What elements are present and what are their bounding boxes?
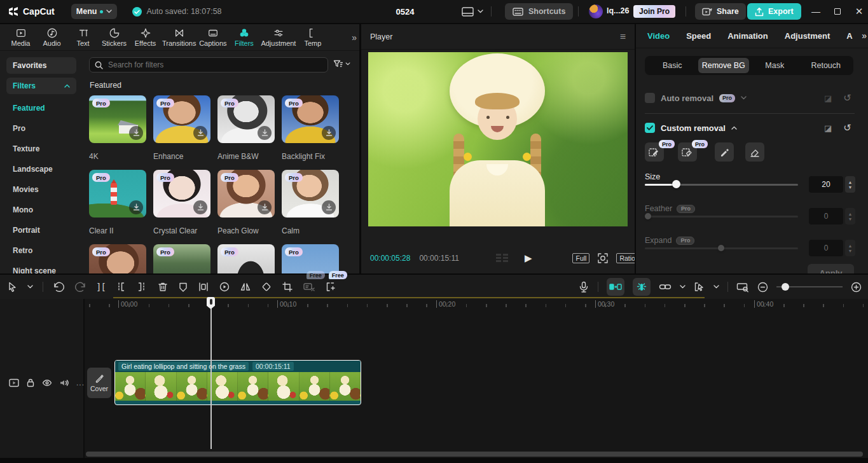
link-clips-button[interactable] (659, 282, 672, 291)
apply-button[interactable]: Apply (808, 264, 854, 273)
track-more-button[interactable]: ... (76, 378, 85, 387)
chevron-down-icon[interactable] (680, 285, 685, 289)
redo-button[interactable] (74, 282, 86, 293)
expand-value[interactable]: 0 (809, 240, 843, 256)
mute-icon[interactable] (59, 378, 69, 387)
mark-button[interactable] (178, 282, 188, 293)
download-icon[interactable] (322, 126, 336, 140)
crop-button[interactable] (282, 281, 293, 293)
feather-stepper[interactable]: ▲▼ (845, 208, 855, 225)
shortcuts-button[interactable]: Shortcuts (505, 3, 573, 20)
tab-speed[interactable]: Speed (686, 31, 711, 41)
lock-icon[interactable] (26, 378, 35, 387)
tab-adjustment[interactable]: Adjustment (785, 31, 830, 41)
reset-icon[interactable]: ↺ (843, 122, 851, 134)
close-button[interactable]: ✕ (848, 0, 868, 23)
tab-text[interactable]: Text (67, 27, 99, 47)
download-icon[interactable] (193, 126, 207, 140)
undo-button[interactable] (53, 282, 65, 293)
join-pro-button[interactable]: Join Pro (633, 5, 675, 18)
chevron-down-icon[interactable] (713, 285, 719, 289)
tabs-overflow-chevron[interactable]: » (352, 32, 357, 43)
filter-card-peach-glow[interactable]: Pro Peach Glow (217, 170, 275, 244)
sidebar-item-retro[interactable]: Retro (6, 242, 76, 259)
full-button[interactable]: Full (572, 253, 589, 263)
download-icon[interactable] (258, 200, 272, 214)
delete-right-button[interactable] (136, 281, 148, 293)
filter-card[interactable]: Pro (282, 244, 339, 273)
filter-card-clear-ii[interactable]: Pro Clear II (89, 170, 146, 244)
filter-card[interactable]: Pro (89, 244, 146, 273)
tab-stickers[interactable]: Stickers (99, 27, 130, 47)
feather-slider[interactable] (645, 212, 798, 221)
preview-cursor-button[interactable] (694, 282, 705, 292)
filter-card-crystal-clear[interactable]: Pro Crystal Clear (153, 170, 210, 244)
size-value[interactable]: 20 (809, 176, 843, 193)
menu-button[interactable]: Menu (71, 4, 118, 19)
download-icon[interactable] (129, 200, 143, 214)
minimize-button[interactable]: — (805, 0, 827, 23)
zoom-in-button[interactable] (851, 282, 862, 293)
size-slider[interactable] (645, 180, 798, 189)
size-stepper[interactable]: ▲▼ (845, 176, 855, 193)
tab-media[interactable]: Media (5, 27, 36, 47)
eraser-tool[interactable] (745, 142, 764, 162)
filter-card[interactable]: Pro (153, 244, 210, 273)
eye-icon[interactable] (42, 379, 52, 387)
sidebar-item-portrait[interactable]: Portrait (6, 221, 76, 239)
filter-card-4k[interactable]: Pro 4K (89, 95, 146, 170)
chevron-down-icon[interactable] (741, 96, 747, 100)
tab-captions[interactable]: Captions (197, 27, 228, 47)
brush-tool[interactable] (715, 142, 734, 162)
player-menu-icon[interactable]: ≡ (620, 31, 626, 43)
video-clip[interactable]: Girl eating lollipop and sitting on the … (114, 360, 361, 405)
speed-button[interactable] (219, 281, 230, 293)
subtab-retouch[interactable]: Retouch (801, 58, 852, 73)
keyframe-icon[interactable]: ◪ (824, 93, 832, 103)
custom-removal-checkbox[interactable] (645, 123, 655, 133)
play-button[interactable]: ▶ (525, 252, 532, 264)
sidebar-item-movies[interactable]: Movies (6, 181, 76, 198)
keyframe-icon[interactable]: ◪ (824, 123, 832, 133)
snapping-toggle[interactable] (633, 278, 651, 296)
download-icon[interactable] (129, 126, 143, 140)
remove-captions-button[interactable]: Free (303, 281, 315, 293)
search-input[interactable] (107, 60, 322, 70)
sidebar-item-pro[interactable]: Pro (6, 120, 76, 137)
expand-slider[interactable] (645, 244, 798, 252)
tab-templates[interactable]: Temp (297, 27, 328, 47)
maximize-button[interactable] (827, 0, 848, 23)
delete-button[interactable] (157, 281, 169, 293)
filter-sort-control[interactable] (333, 59, 350, 68)
feather-value[interactable]: 0 (809, 208, 843, 225)
playhead-line[interactable] (210, 299, 212, 449)
sidebar-item-night-scene[interactable]: Night scene (6, 262, 76, 273)
chevron-up-icon[interactable] (731, 126, 737, 130)
filter-card[interactable]: Pro (217, 244, 275, 273)
fit-timeline-button[interactable] (736, 282, 749, 293)
tab-animation[interactable]: Animation (727, 31, 768, 41)
filter-card-enhance[interactable]: Pro Enhance (153, 95, 210, 170)
select-tool[interactable] (6, 281, 18, 293)
tab-transitions[interactable]: Transitions (161, 27, 197, 47)
tab-more-truncated[interactable]: A (846, 31, 852, 41)
split-button[interactable]: ][ (96, 282, 106, 292)
rotate-button[interactable] (261, 281, 272, 293)
tab-adjustment[interactable]: Adjustment (259, 27, 297, 47)
tab-video[interactable]: Video (647, 31, 670, 41)
sidebar-item-texture[interactable]: Texture (6, 140, 76, 158)
tab-effects[interactable]: Effects (130, 27, 161, 47)
timeline-zoom-slider[interactable] (776, 282, 843, 291)
sidebar-group-filters[interactable]: Filters (6, 78, 76, 94)
subtab-remove-bg[interactable]: Remove BG (698, 58, 750, 73)
ratio-button[interactable]: Ratio (616, 253, 635, 263)
mirror-button[interactable] (240, 281, 251, 293)
layout-switcher[interactable] (462, 7, 483, 17)
frame-compare-icon[interactable] (496, 254, 508, 263)
subtab-basic[interactable]: Basic (647, 58, 698, 73)
reset-icon[interactable]: ↺ (843, 92, 851, 104)
auto-removal-checkbox[interactable] (645, 93, 655, 103)
delete-left-button[interactable] (115, 281, 127, 293)
filter-card-calm[interactable]: Pro Calm (282, 170, 339, 244)
share-button[interactable]: Share (695, 3, 746, 20)
